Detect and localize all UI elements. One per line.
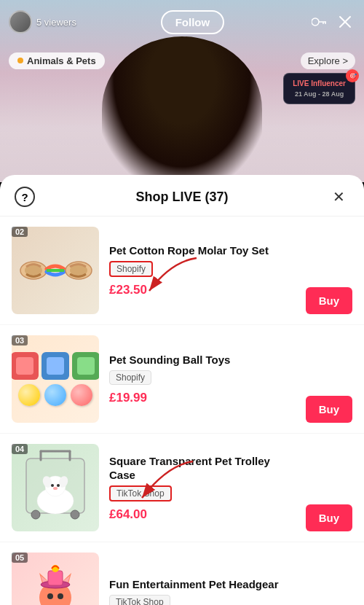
item-number: 02	[12, 227, 28, 237]
sheet-header: ? Shop LIVE (37) ✕	[0, 175, 364, 216]
live-badge-dates: 21 Aug - 28 Aug	[295, 90, 344, 98]
live-badge-dot: 🎯	[346, 69, 359, 82]
item-number: 04	[12, 444, 28, 454]
item-number: 05	[12, 553, 28, 563]
product-price: £19.99	[109, 391, 298, 405]
svg-point-32	[58, 593, 63, 599]
item-number: 03	[12, 335, 28, 346]
svg-point-0	[312, 18, 319, 26]
live-influencer-badge[interactable]: LIVE Influencer 21 Aug - 28 Aug 🎯	[283, 73, 355, 104]
svg-point-19	[51, 484, 54, 487]
key-icon	[309, 12, 329, 32]
sheet-title: Shop LIVE (37)	[135, 190, 228, 205]
product-info: Pet Cotton Rope Molar Toy Set Shopify £2…	[109, 243, 298, 297]
svg-point-21	[53, 487, 58, 490]
product-list: 02	[0, 216, 364, 605]
product-name: Fun Entertainment Pet Headgear	[109, 577, 352, 592]
product-item: 02	[0, 216, 364, 325]
close-sheet-icon[interactable]: ✕	[329, 187, 349, 207]
shop-tag: TikTok Shop	[109, 595, 170, 605]
follow-button[interactable]: Follow	[161, 10, 225, 34]
buy-button[interactable]: Buy	[306, 396, 352, 423]
category-label: Animals & Pets	[27, 55, 96, 66]
category-tag[interactable]: Animals & Pets	[9, 52, 105, 69]
shop-tag: Shopify	[109, 370, 151, 385]
top-bar: 5 viewers Follow	[0, 0, 364, 44]
explore-button[interactable]: Explore >	[301, 52, 355, 69]
shop-tag: TikTok Shop	[109, 485, 172, 501]
shop-tag: Shopify	[109, 261, 153, 277]
shop-live-sheet: ? Shop LIVE (37) ✕ 02	[0, 175, 364, 605]
buy-button[interactable]: Buy	[306, 287, 352, 314]
product-name: Pet Cotton Rope Molar Toy Set	[109, 243, 298, 258]
svg-point-20	[57, 484, 60, 487]
product-name: Pet Sounding Ball Toys	[109, 353, 298, 367]
product-info: Pet Sounding Ball Toys Shopify £19.99	[109, 353, 298, 405]
product-item: 04	[0, 434, 364, 542]
category-bar: Animals & Pets Explore >	[0, 47, 364, 74]
product-info: Fun Entertainment Pet Headgear TikTok Sh…	[109, 577, 352, 605]
svg-point-23	[71, 510, 79, 519]
product-price: £64.00	[109, 507, 298, 522]
close-stream-icon[interactable]	[335, 12, 355, 32]
svg-point-31	[47, 593, 53, 599]
top-right-icons	[309, 12, 355, 32]
live-badge-title: LIVE Influencer	[293, 79, 346, 87]
svg-rect-34	[48, 571, 63, 585]
product-name: Square Transparent Pet Trolley Case	[109, 454, 298, 483]
live-stream-background: maw.com 5 viewers Follow	[0, 0, 364, 182]
viewers-area: 5 viewers	[9, 10, 76, 34]
product-item: 05	[0, 542, 364, 605]
product-info: Square Transparent Pet Trolley Case TikT…	[109, 454, 298, 522]
product-item: 03	[0, 325, 364, 434]
viewers-count: 5 viewers	[36, 17, 76, 28]
product-image	[12, 335, 99, 423]
streamer-avatar	[9, 10, 32, 34]
category-dot	[17, 58, 23, 63]
product-image	[12, 444, 99, 531]
product-price: £23.50	[109, 283, 298, 297]
buy-button[interactable]: Buy	[306, 504, 352, 531]
svg-point-22	[31, 510, 40, 519]
help-icon[interactable]: ?	[15, 187, 35, 207]
product-image	[12, 227, 99, 314]
